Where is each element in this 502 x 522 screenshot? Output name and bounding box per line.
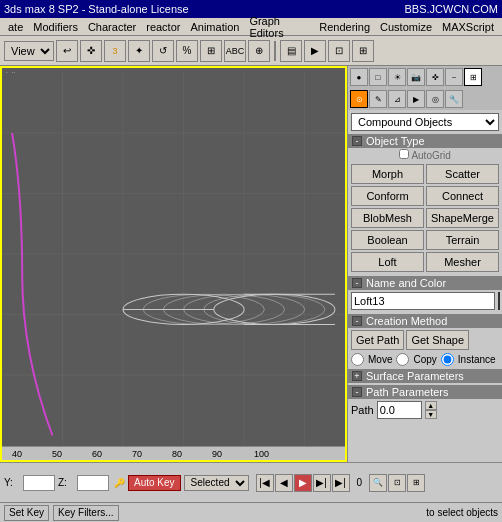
viewport-svg bbox=[2, 68, 345, 460]
y-label: Y: bbox=[4, 477, 20, 488]
autogrid-label: AutoGrid bbox=[348, 148, 502, 162]
y-input[interactable] bbox=[23, 475, 55, 491]
path-spin-up[interactable]: ▲ bbox=[425, 401, 437, 410]
playback-controls: |◀ ◀ ▶ ▶| ▶| bbox=[256, 474, 350, 492]
radio-move[interactable] bbox=[351, 353, 364, 366]
rp-icon-display[interactable]: ◎ bbox=[426, 90, 444, 108]
path-input[interactable] bbox=[377, 401, 422, 419]
rp-icon-spacewarp[interactable]: ~ bbox=[445, 68, 463, 86]
menu-reactor[interactable]: reactor bbox=[142, 21, 184, 33]
path-params-collapse[interactable]: - bbox=[352, 387, 362, 397]
rp-icon-utilities[interactable]: 🔧 bbox=[445, 90, 463, 108]
prev-frame-btn[interactable]: ◀ bbox=[275, 474, 293, 492]
toolbar-btn-abc[interactable]: ABC bbox=[224, 40, 246, 62]
rp-icon-motion[interactable]: ▶ bbox=[407, 90, 425, 108]
name-color-collapse[interactable]: - bbox=[352, 278, 362, 288]
autogrid-checkbox[interactable] bbox=[399, 149, 409, 159]
rp-icon-row1: ● □ ☀ 📷 ✜ ~ ⊞ bbox=[348, 66, 502, 88]
conform-button[interactable]: Conform bbox=[351, 186, 424, 206]
selected-dropdown[interactable]: Selected bbox=[184, 475, 249, 491]
toolbar-btn-scale[interactable]: % bbox=[176, 40, 198, 62]
svg-rect-0 bbox=[2, 72, 345, 455]
toolbar-btn-num[interactable]: 3 bbox=[104, 40, 126, 62]
rp-icon-modify[interactable]: ✎ bbox=[369, 90, 387, 108]
play-btn[interactable]: ▶ bbox=[294, 474, 312, 492]
blobmesh-button[interactable]: BlobMesh bbox=[351, 208, 424, 228]
radio-copy[interactable] bbox=[396, 353, 409, 366]
menu-modifiers[interactable]: Modifiers bbox=[29, 21, 82, 33]
goto-end-btn[interactable]: ▶| bbox=[332, 474, 350, 492]
title-text: 3ds max 8 SP2 - Stand-alone License bbox=[4, 3, 189, 15]
path-spin-down[interactable]: ▼ bbox=[425, 410, 437, 419]
rp-icon-light[interactable]: ☀ bbox=[388, 68, 406, 86]
rp-icon-create[interactable]: ⊙ bbox=[350, 90, 368, 108]
radio-instance-label: Instance bbox=[458, 354, 496, 365]
menu-ate[interactable]: ate bbox=[4, 21, 27, 33]
path-params-label: Path Parameters bbox=[366, 386, 449, 398]
view-dropdown[interactable]: View bbox=[4, 41, 54, 61]
toolbar-btn-render[interactable]: ▶ bbox=[304, 40, 326, 62]
connect-button[interactable]: Connect bbox=[426, 186, 499, 206]
name-input[interactable] bbox=[351, 292, 495, 310]
radio-move-label: Move bbox=[368, 354, 392, 365]
surface-params-label: Surface Parameters bbox=[366, 370, 464, 382]
viewport[interactable]: View bbox=[0, 66, 347, 462]
toolbar-btn-layer[interactable]: ▤ bbox=[280, 40, 302, 62]
toolbar-btn-rotate[interactable]: ↺ bbox=[152, 40, 174, 62]
morph-button[interactable]: Morph bbox=[351, 164, 424, 184]
toolbar-btn-undo[interactable]: ↩ bbox=[56, 40, 78, 62]
rp-icon-geometry[interactable]: ● bbox=[350, 68, 368, 86]
ruler-tick-70: 70 bbox=[132, 449, 142, 459]
object-type-buttons: Morph Scatter Conform Connect BlobMesh S… bbox=[348, 162, 502, 274]
toolbar-btn-select[interactable]: ✜ bbox=[80, 40, 102, 62]
toolbar-btn-view2[interactable]: ⊞ bbox=[352, 40, 374, 62]
creation-method-buttons: Get Path Get Shape bbox=[348, 328, 502, 352]
extra-btns: 🔍 ⊡ ⊞ bbox=[369, 474, 425, 492]
surface-params-expand[interactable]: + bbox=[352, 371, 362, 381]
get-path-button[interactable]: Get Path bbox=[351, 330, 404, 350]
setkey-button[interactable]: Set Key bbox=[4, 505, 49, 521]
menu-character[interactable]: Character bbox=[84, 21, 140, 33]
autokey-button[interactable]: Auto Key bbox=[128, 475, 181, 491]
mini-btn2[interactable]: ⊡ bbox=[388, 474, 406, 492]
loft-button[interactable]: Loft bbox=[351, 252, 424, 272]
creation-method-collapse[interactable]: - bbox=[352, 316, 362, 326]
rp-icon-camera[interactable]: 📷 bbox=[407, 68, 425, 86]
compound-objects-dropdown[interactable]: Compound Objects bbox=[351, 113, 499, 131]
goto-start-btn[interactable]: |◀ bbox=[256, 474, 274, 492]
keyfilters-button[interactable]: Key Filters... bbox=[53, 505, 119, 521]
next-frame-btn[interactable]: ▶| bbox=[313, 474, 331, 492]
menu-rendering[interactable]: Rendering bbox=[315, 21, 374, 33]
z-input[interactable] bbox=[77, 475, 109, 491]
menu-animation[interactable]: Animation bbox=[186, 21, 243, 33]
toolbar-btn-snap[interactable]: ⊕ bbox=[248, 40, 270, 62]
mini-btn3[interactable]: ⊞ bbox=[407, 474, 425, 492]
scatter-button[interactable]: Scatter bbox=[426, 164, 499, 184]
toolbar-btn-quick[interactable]: ⊡ bbox=[328, 40, 350, 62]
get-shape-button[interactable]: Get Shape bbox=[406, 330, 469, 350]
toolbar-btn-move[interactable]: ✦ bbox=[128, 40, 150, 62]
radio-instance[interactable] bbox=[441, 353, 454, 366]
toolbar-btn-mirror[interactable]: ⊞ bbox=[200, 40, 222, 62]
menu-graph-editors[interactable]: Graph Editors bbox=[245, 15, 313, 39]
menu-maxscript[interactable]: MAXScript bbox=[438, 21, 498, 33]
boolean-button[interactable]: Boolean bbox=[351, 230, 424, 250]
rp-icon-shape[interactable]: □ bbox=[369, 68, 387, 86]
rp-icon-system[interactable]: ⊞ bbox=[464, 68, 482, 86]
menu-customize[interactable]: Customize bbox=[376, 21, 436, 33]
terrain-button[interactable]: Terrain bbox=[426, 230, 499, 250]
rp-icon-hierarchy[interactable]: ⊿ bbox=[388, 90, 406, 108]
rp-icon-row2: ⊙ ✎ ⊿ ▶ ◎ 🔧 bbox=[348, 88, 502, 110]
object-type-collapse[interactable]: - bbox=[352, 136, 362, 146]
frame-count: 0 bbox=[357, 477, 363, 488]
rp-icon-helper[interactable]: ✜ bbox=[426, 68, 444, 86]
mini-btn1[interactable]: 🔍 bbox=[369, 474, 387, 492]
ruler-tick-90: 90 bbox=[212, 449, 222, 459]
surface-params-header[interactable]: + Surface Parameters bbox=[348, 369, 502, 383]
color-swatch[interactable] bbox=[498, 292, 500, 310]
creation-method-header: - Creation Method bbox=[348, 314, 502, 328]
shapemerge-button[interactable]: ShapeMerge bbox=[426, 208, 499, 228]
path-params-header: - Path Parameters bbox=[348, 385, 502, 399]
time-controls: Y: Z: 🔑 Auto Key Selected |◀ ◀ ▶ ▶| ▶| 0… bbox=[0, 462, 502, 502]
mesher-button[interactable]: Mesher bbox=[426, 252, 499, 272]
